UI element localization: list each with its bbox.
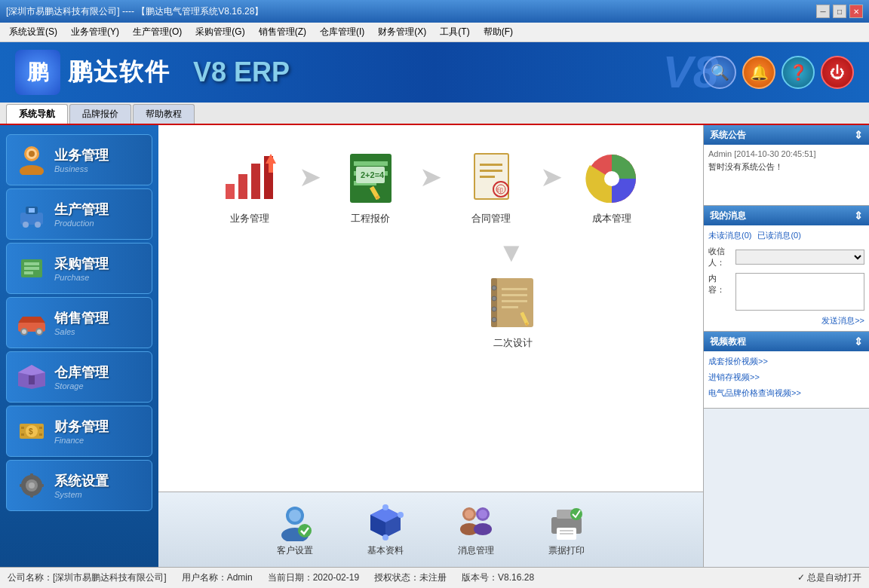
video-link-3[interactable]: 电气品牌价格查询视频>> (708, 387, 864, 399)
sales-en: Sales (54, 327, 109, 336)
bottom-bar: 客户设置 基本资料 (158, 492, 703, 567)
svg-point-6 (23, 222, 29, 228)
content-textarea[interactable] (735, 273, 864, 311)
flow-item-business[interactable]: 业务管理 (204, 148, 295, 225)
svg-point-58 (604, 171, 619, 186)
svg-marker-14 (18, 317, 45, 323)
sidebar-item-finance[interactable]: $ 财务管理 Finance (6, 406, 152, 457)
notification-button[interactable]: 🔔 (742, 56, 775, 89)
video-link-2[interactable]: 进销存视频>> (708, 372, 864, 383)
video-header: 视频教程 ⇕ (704, 332, 869, 351)
storage-cn: 仓库管理 (54, 363, 109, 381)
production-cn: 生产管理 (54, 201, 109, 219)
unread-link[interactable]: 未读消息(0) (708, 230, 751, 241)
svg-rect-27 (39, 427, 42, 429)
content-row: 内 容： (708, 273, 864, 311)
sales-text: 销售管理 Sales (54, 309, 109, 336)
video-toggle[interactable]: ⇕ (854, 335, 863, 348)
sidebar-item-system[interactable]: 系统设置 System (6, 460, 152, 511)
shortcut-print[interactable]: 票据打印 (536, 503, 597, 557)
menu-tools[interactable]: 工具(T) (434, 24, 475, 40)
titlebar: [深圳市易鹏达科技有限公司] ---- 【鹏达电气管理系统V8.16.28】 ─… (0, 0, 869, 23)
shortcut-message[interactable]: 消息管理 (446, 503, 506, 557)
menu-finance[interactable]: 财务管理(X) (372, 24, 432, 40)
basicdata-label: 基本资料 (367, 544, 404, 557)
receiver-select[interactable] (735, 250, 864, 265)
tab-price[interactable]: 品牌报价 (69, 104, 131, 124)
notice-toggle[interactable]: ⇕ (854, 129, 863, 141)
notice-header: 系统公告 ⇕ (704, 125, 869, 145)
receiver-label: 收信人： (708, 246, 735, 268)
svg-point-81 (382, 534, 388, 541)
shortcut-basicdata[interactable]: 基本资料 (355, 503, 416, 557)
svg-rect-25 (21, 427, 24, 429)
menu-storage[interactable]: 仓库管理(I) (314, 24, 370, 40)
production-en: Production (54, 219, 109, 228)
messages-toggle[interactable]: ⇕ (854, 210, 863, 222)
system-cn: 系统设置 (54, 472, 109, 490)
svg-rect-38 (251, 164, 260, 199)
svg-point-74 (298, 524, 312, 537)
flow-quote-label: 工程报价 (351, 212, 390, 225)
menu-business[interactable]: 业务管理(Y) (65, 24, 125, 40)
svg-rect-12 (24, 271, 33, 274)
menu-sales[interactable]: 销售管理(Z) (253, 24, 312, 40)
logo-icon: 鹏 (15, 50, 60, 95)
send-link[interactable]: 发送消息>> (821, 315, 864, 326)
flow-cost-label: 成本管理 (592, 212, 631, 225)
menu-system[interactable]: 系统设置(S) (3, 24, 63, 40)
sidebar-item-production[interactable]: 生产管理 Production (6, 188, 152, 240)
flow-item-quote[interactable]: 2+2=4 工程报价 (325, 148, 416, 225)
finance-en: Finance (54, 436, 109, 445)
logo-v8erp: V8 ERP (193, 57, 290, 88)
shortcut-customer[interactable]: 客户设置 (265, 503, 325, 557)
tab-tutorial[interactable]: 帮助教程 (133, 104, 195, 124)
messages-title: 我的消息 (710, 210, 746, 222)
sidebar-item-business[interactable]: 业务管理 Business (6, 134, 152, 185)
svg-rect-21 (29, 375, 35, 384)
svg-point-18 (37, 329, 41, 334)
auto-open-label[interactable]: ✓ 总是自动打开 (797, 571, 861, 584)
read-link[interactable]: 已读消息(0) (757, 230, 800, 241)
purchase-text: 采购管理 Purchase (54, 255, 109, 282)
svg-point-1 (20, 165, 44, 175)
flow-item-cost[interactable]: 成本管理 (567, 148, 657, 225)
menu-purchase[interactable]: 采购管理(G) (189, 24, 250, 40)
svg-rect-42 (354, 161, 388, 166)
help-button[interactable]: ❓ (781, 56, 815, 89)
sidebar-item-sales[interactable]: 销售管理 Sales (6, 297, 152, 348)
menu-help[interactable]: 帮助(F) (477, 24, 519, 40)
storage-en: Storage (54, 381, 109, 390)
flow-business-icon (220, 148, 280, 208)
purchase-icon (14, 252, 48, 286)
notice-title: 系统公告 (710, 129, 746, 142)
minimize-button[interactable]: ─ (816, 5, 830, 18)
svg-rect-8 (29, 208, 35, 213)
purchase-en: Purchase (54, 273, 109, 282)
svg-point-64 (492, 317, 496, 322)
svg-point-3 (29, 151, 35, 157)
flow-cost-icon (582, 148, 642, 208)
tab-navigation[interactable]: 系统导航 (6, 104, 68, 124)
maximize-button[interactable]: □ (833, 5, 846, 18)
close-button[interactable]: ✕ (849, 5, 863, 18)
title-text: [深圳市易鹏达科技有限公司] ---- 【鹏达电气管理系统V8.16.28】 (6, 5, 263, 18)
menu-production[interactable]: 生产管理(O) (127, 24, 188, 40)
flow-item-contract[interactable]: 印 合同管理 (446, 148, 536, 225)
business-en: Business (54, 164, 109, 173)
power-button[interactable]: ⏻ (821, 56, 854, 89)
sidebar: 业务管理 Business 生产管理 Production (0, 125, 158, 567)
arrow1: ➤ (299, 161, 321, 193)
svg-point-85 (474, 523, 492, 535)
svg-rect-34 (20, 484, 23, 487)
message-label: 消息管理 (458, 544, 494, 557)
flow-item-design[interactable]: 二次设计 (468, 272, 558, 350)
messages-header: 我的消息 ⇕ (704, 206, 869, 225)
company-status: 公司名称：[深圳市易鹏达科技有限公司] (8, 571, 167, 584)
notice-text: 暂时没有系统公告！ (708, 161, 864, 173)
sidebar-item-storage[interactable]: 仓库管理 Storage (6, 351, 152, 403)
svg-rect-53 (480, 176, 495, 178)
statusbar: 公司名称：[深圳市易鹏达科技有限公司] 用户名称：Admin 当前日期：2020… (0, 567, 869, 588)
video-link-1[interactable]: 成套报价视频>> (708, 356, 864, 367)
sidebar-item-purchase[interactable]: 采购管理 Purchase (6, 243, 152, 294)
